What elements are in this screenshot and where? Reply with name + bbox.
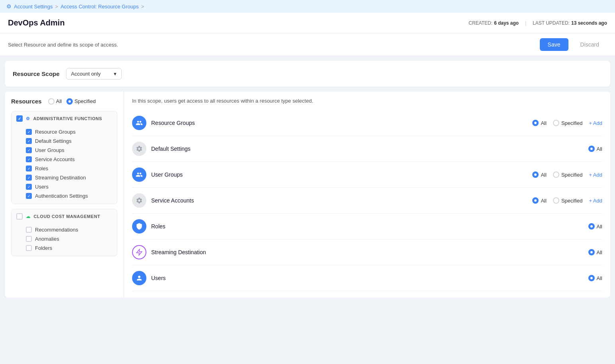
item-checkbox-service-accounts[interactable]: ✓ <box>26 156 32 162</box>
all-label-5: All <box>597 224 602 230</box>
radio-all-option[interactable]: All <box>48 98 62 105</box>
item-label-streaming: Streaming Destination <box>35 175 86 181</box>
admin-title: ADMINISTRATIVE FUNCTIONS <box>33 116 102 121</box>
scope-description: In this scope, users get access to all r… <box>132 98 602 104</box>
radio-specified-option[interactable]: Specified <box>66 98 95 105</box>
breadcrumb-sep2: > <box>141 4 144 10</box>
item-checkbox-default-settings[interactable]: ✓ <box>26 138 32 144</box>
discard-button[interactable]: Discard <box>572 38 607 51</box>
roles-name: Roles <box>151 223 584 230</box>
list-item: ✓ Default Settings <box>26 136 112 146</box>
user-groups-all[interactable]: All <box>532 171 546 178</box>
specified-label-3: Specified <box>561 198 582 204</box>
updated-meta: LAST UPDATED: 13 seconds ago <box>533 20 607 26</box>
cloud-checkbox[interactable] <box>16 213 23 220</box>
resource-row-streaming: Streaming Destination All <box>132 239 602 265</box>
service-accounts-all[interactable]: All <box>532 197 546 204</box>
resource-groups-specified[interactable]: Specified <box>553 120 582 126</box>
user-groups-add-link[interactable]: + Add <box>589 172 602 178</box>
item-label-users: Users <box>35 184 49 190</box>
default-settings-icon <box>132 142 146 156</box>
service-accounts-name: Service Accounts <box>151 197 527 204</box>
main-content: Resources All Specified ✓ ⚙ ADMINISTRATI… <box>5 91 610 298</box>
scope-dropdown[interactable]: Account only ▾ <box>66 68 122 80</box>
all-label: All <box>541 120 546 126</box>
item-label-roles: Roles <box>35 165 48 171</box>
roles-all[interactable]: All <box>588 223 602 230</box>
item-label-service-accounts: Service Accounts <box>35 156 75 162</box>
resource-groups-all[interactable]: All <box>532 120 546 126</box>
item-checkbox-users[interactable]: ✓ <box>26 184 32 190</box>
page-meta: CREATED: 6 days ago | LAST UPDATED: 13 s… <box>469 20 607 26</box>
page-title: DevOps Admin <box>8 18 65 27</box>
item-checkbox-roles[interactable]: ✓ <box>26 165 32 171</box>
resource-radio-group: All Specified <box>48 98 96 105</box>
user-groups-all-radio <box>532 171 539 178</box>
cloud-items: Recommendations Anomalies Folders <box>12 224 117 256</box>
right-panel: In this scope, users get access to all r… <box>124 91 610 298</box>
resource-row-users: Users All <box>132 265 602 291</box>
action-buttons: Save Discard <box>540 38 607 51</box>
cloud-title: CLOUD COST MANAGEMENT <box>34 214 100 219</box>
item-label-anomalies: Anomalies <box>35 236 59 242</box>
service-accounts-add-link[interactable]: + Add <box>589 198 602 204</box>
resource-groups-add-link[interactable]: + Add <box>589 120 602 126</box>
breadcrumb-icon: ⚙ <box>6 3 12 10</box>
item-label-folders: Folders <box>35 245 52 251</box>
item-checkbox-user-groups[interactable]: ✓ <box>26 147 32 153</box>
all-label-3: All <box>541 172 546 178</box>
item-checkbox-resource-groups[interactable]: ✓ <box>26 129 32 135</box>
resource-groups-specified-radio <box>553 120 559 126</box>
radio-all-circle <box>48 98 54 105</box>
resource-row-service-accounts: Service Accounts All Specified + Add <box>132 188 602 214</box>
updated-value: 13 seconds ago <box>571 20 607 26</box>
breadcrumb-parent: Access Control: Resource Groups <box>60 4 139 10</box>
streaming-all[interactable]: All <box>588 249 602 255</box>
item-checkbox-auth[interactable]: ✓ <box>26 193 32 199</box>
resource-scope-section: Resource Scope Account only ▾ <box>5 61 610 87</box>
service-accounts-specified[interactable]: Specified <box>553 197 582 204</box>
item-checkbox-recommendations[interactable] <box>26 227 32 233</box>
users-all[interactable]: All <box>588 275 602 281</box>
list-item: ✓ Authentication Settings <box>26 191 112 200</box>
list-item: ✓ Roles <box>26 164 112 173</box>
chevron-down-icon: ▾ <box>114 71 117 77</box>
list-item: ✓ Streaming Destination <box>26 173 112 182</box>
list-item: ✓ Service Accounts <box>26 155 112 164</box>
resource-row-resource-groups: Resource Groups All Specified + Add <box>132 110 602 136</box>
created-value: 6 days ago <box>494 20 519 26</box>
save-button[interactable]: Save <box>540 38 568 51</box>
item-checkbox-anomalies[interactable] <box>26 236 32 242</box>
roles-options: All <box>588 223 602 230</box>
action-bar: Select Resource and define its scope of … <box>0 33 615 56</box>
radio-specified-label: Specified <box>74 98 95 104</box>
streaming-all-radio <box>588 249 595 255</box>
user-groups-specified[interactable]: Specified <box>553 171 582 178</box>
service-accounts-specified-radio <box>553 197 559 204</box>
scope-dropdown-value: Account only <box>71 71 101 77</box>
streaming-name: Streaming Destination <box>151 249 584 255</box>
resource-groups-all-radio <box>532 120 539 126</box>
action-description: Select Resource and define its scope of … <box>8 42 118 48</box>
item-label-auth: Authentication Settings <box>35 193 88 199</box>
default-settings-options: All <box>588 146 602 152</box>
category-cloud-header: ☁ CLOUD COST MANAGEMENT <box>12 209 117 224</box>
category-cloud: ☁ CLOUD COST MANAGEMENT Recommendations … <box>11 209 117 256</box>
users-all-radio <box>588 275 595 281</box>
admin-icon: ⚙ <box>26 116 30 121</box>
streaming-options: All <box>588 249 602 255</box>
list-item: Folders <box>26 243 112 253</box>
item-label-user-groups: User Groups <box>35 147 64 153</box>
list-item: Anomalies <box>26 234 112 243</box>
all-label-4: All <box>541 198 546 204</box>
admin-checkbox[interactable]: ✓ <box>16 115 23 122</box>
list-item: ✓ User Groups <box>26 146 112 155</box>
item-checkbox-streaming[interactable]: ✓ <box>26 175 32 181</box>
item-checkbox-folders[interactable] <box>26 245 32 251</box>
all-label-2: All <box>597 146 602 152</box>
breadcrumb-root-link[interactable]: Account Settings <box>14 4 53 10</box>
item-label-recommendations: Recommendations <box>35 227 78 233</box>
default-settings-all[interactable]: All <box>588 146 602 152</box>
resources-title: Resources <box>11 98 42 105</box>
item-label-default-settings: Default Settings <box>35 138 72 144</box>
